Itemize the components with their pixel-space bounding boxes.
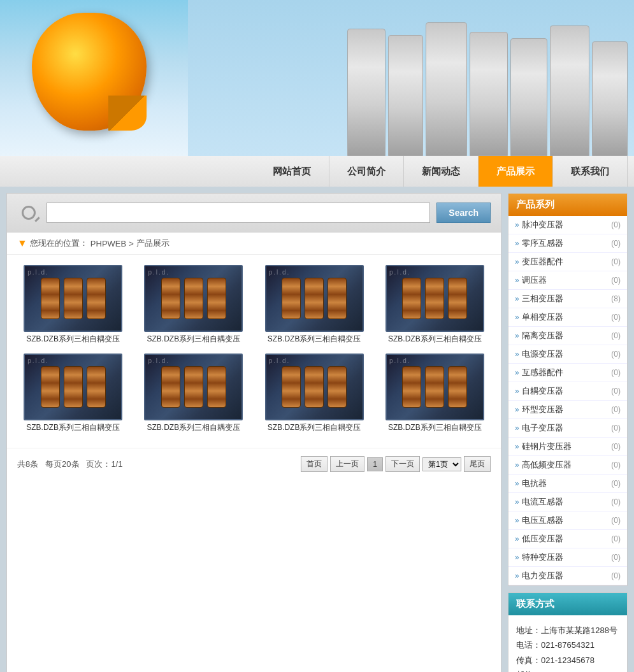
breadcrumb-arrow: ▼ xyxy=(17,238,27,249)
product-watermark-2: p.l.d. xyxy=(148,269,169,276)
sidebar-count-voltage-regulator: (0) xyxy=(611,276,621,285)
page-prev-button[interactable]: 上一页 xyxy=(330,456,364,472)
nav-home[interactable]: 网站首页 xyxy=(255,156,329,187)
sidebar-count-high-freq: (0) xyxy=(611,461,621,469)
sidebar-item-mutual-parts[interactable]: » 互感器配件 (0) xyxy=(508,364,627,382)
nav-news[interactable]: 新闻动态 xyxy=(404,156,479,187)
product-image-1: p.l.d. xyxy=(24,265,122,332)
product-item-8[interactable]: p.l.d. SZB.DZB系列三相自耦变压 xyxy=(379,354,491,433)
sidebar-count-current-transformer: (0) xyxy=(611,497,621,506)
sidebar-item-pulse[interactable]: » 脉冲变压器 (0) xyxy=(508,216,627,234)
product-watermark-6: p.l.d. xyxy=(148,357,169,364)
sidebar-item-transformer-parts[interactable]: » 变压器配件 (0) xyxy=(508,253,627,271)
product-item-5[interactable]: p.l.d. SZB.DZB系列三相自耦变压 xyxy=(17,354,129,433)
page-first-button[interactable]: 首页 xyxy=(301,456,328,472)
product-item-6[interactable]: p.l.d. SZB.DZB系列三相自耦变压 xyxy=(138,354,249,433)
sidebar-item-voltage-regulator[interactable]: » 调压器 (0) xyxy=(508,271,627,290)
sidebar-item-zero[interactable]: » 零序互感器 (0) xyxy=(508,234,627,253)
sidebar-item-reactor[interactable]: » 电抗器 (0) xyxy=(508,475,627,493)
sidebar-count-toroidal: (0) xyxy=(611,405,621,414)
sidebar-item-power-transformer[interactable]: » 电力变压器 (0) xyxy=(508,567,627,585)
product-watermark-8: p.l.d. xyxy=(389,357,411,364)
sidebar-arrow-low-voltage: » xyxy=(515,534,519,543)
tank-6 xyxy=(550,25,589,156)
sidebar-label-isolation: 隔离变压器 xyxy=(522,330,609,341)
sidebar-arrow-reactor: » xyxy=(515,479,519,488)
coil-8a xyxy=(402,366,421,408)
nav-contact[interactable]: 联系我们 xyxy=(553,156,628,187)
sidebar-item-power[interactable]: » 电源变压器 (0) xyxy=(508,345,627,364)
product-image-7: p.l.d. xyxy=(265,354,364,420)
sidebar-label-power-transformer: 电力变压器 xyxy=(522,570,609,582)
page-info: 共8条 每页20条 页次：1/1 xyxy=(17,459,122,470)
sidebar-item-single-phase[interactable]: » 单相变压器 (0) xyxy=(508,308,627,327)
page-current-button[interactable]: 1 xyxy=(367,457,383,471)
sidebar-item-special[interactable]: » 特种变压器 (0) xyxy=(508,548,627,567)
page-last-button[interactable]: 尾页 xyxy=(464,456,491,472)
product-series-section: 产品系列 » 脉冲变压器 (0) » 零序互感器 (0) » 变压器配件 (0) xyxy=(508,193,628,586)
product-watermark-1: p.l.d. xyxy=(27,269,49,276)
search-icon xyxy=(17,201,40,224)
contact-body: 地址：上海市某某路1288号 电话：021-87654321 传真：021-12… xyxy=(508,615,627,672)
transformer-visual-5 xyxy=(41,366,106,408)
sidebar-label-voltage-regulator: 调压器 xyxy=(522,275,609,286)
tank-7 xyxy=(592,41,628,156)
sidebar-count-autotransformer: (0) xyxy=(611,387,621,396)
nav-products[interactable]: 产品展示 xyxy=(479,156,553,187)
tank-2 xyxy=(388,35,423,156)
product-item-4[interactable]: p.l.d. SZB.DZB系列三相自耦变压 xyxy=(379,265,491,345)
coil-7c xyxy=(328,366,347,408)
product-item-3[interactable]: p.l.d. SZB.DZB系列三相自耦变压 xyxy=(259,265,370,345)
sidebar-label-autotransformer: 自耦变压器 xyxy=(522,385,609,397)
contact-address: 地址：上海市某某路1288号 xyxy=(516,623,619,638)
sidebar-item-electronic[interactable]: » 电子变压器 (0) xyxy=(508,419,627,438)
sidebar-label-transformer-parts: 变压器配件 xyxy=(522,256,609,268)
contact-fax: 传真：021-12345678 xyxy=(516,653,619,668)
search-button[interactable]: Search xyxy=(436,203,491,223)
sidebar-count-low-voltage: (0) xyxy=(611,534,621,543)
search-bar: Search xyxy=(7,194,501,232)
coil-2b xyxy=(184,278,203,319)
logo xyxy=(32,13,147,131)
pagination-area: 共8条 每页20条 页次：1/1 首页 上一页 1 下一页 第1页 尾页 xyxy=(7,448,501,480)
contact-header: 联系方式 xyxy=(508,593,627,615)
product-watermark-7: p.l.d. xyxy=(269,357,291,364)
sidebar-item-autotransformer[interactable]: » 自耦变压器 (0) xyxy=(508,382,627,401)
coil-5b xyxy=(64,366,83,408)
product-item-1[interactable]: p.l.d. SZB.DZB系列三相自耦变压 xyxy=(17,265,129,345)
product-item-7[interactable]: p.l.d. SZB.DZB系列三相自耦变压 xyxy=(259,354,370,433)
product-label-8: SZB.DZB系列三相自耦变压 xyxy=(388,423,482,433)
nav-about[interactable]: 公司简介 xyxy=(329,156,404,187)
breadcrumb-separator: > xyxy=(129,239,134,248)
sidebar-item-voltage-transformer[interactable]: » 电压互感器 (0) xyxy=(508,511,627,530)
page-select[interactable]: 第1页 xyxy=(422,457,461,471)
sidebar-arrow-current-transformer: » xyxy=(515,497,519,506)
sidebar-count-voltage-transformer: (0) xyxy=(611,516,621,525)
transformer-visual-3 xyxy=(282,278,347,319)
sidebar-label-electronic: 电子变压器 xyxy=(522,422,609,434)
contact-address-value: 上海市某某路1288号 xyxy=(541,626,617,635)
logo-fold xyxy=(108,96,147,131)
coil-2a xyxy=(161,278,180,319)
header-background xyxy=(188,0,634,156)
search-input[interactable] xyxy=(47,203,430,223)
coil-7b xyxy=(305,366,324,408)
product-item-2[interactable]: p.l.d. SZB.DZB系列三相自耦变压 xyxy=(138,265,249,345)
sidebar-item-isolation[interactable]: » 隔离变压器 (0) xyxy=(508,327,627,345)
breadcrumb-root[interactable]: PHPWEB xyxy=(90,239,126,248)
sidebar-label-silicon-steel: 硅钢片变压器 xyxy=(522,441,609,452)
page-page-info: 页次：1/1 xyxy=(86,459,122,469)
sidebar-count-power: (0) xyxy=(611,350,621,359)
sidebar-item-three-phase[interactable]: » 三相变压器 (8) xyxy=(508,290,627,308)
sidebar-item-toroidal[interactable]: » 环型变压器 (0) xyxy=(508,401,627,419)
sidebar-item-low-voltage[interactable]: » 低压变压器 (0) xyxy=(508,530,627,548)
contact-email: 邮件：che@shanghai.com xyxy=(516,668,619,672)
sidebar-label-reactor: 电抗器 xyxy=(522,478,609,489)
sidebar-item-high-freq[interactable]: » 高低频变压器 (0) xyxy=(508,456,627,475)
coil-5c xyxy=(87,366,106,408)
content-area: Search ▼ 您现在的位置： PHPWEB > 产品展示 p.l.d. xyxy=(6,193,501,672)
sidebar-item-current-transformer[interactable]: » 电流互感器 (0) xyxy=(508,493,627,511)
page-next-button[interactable]: 下一页 xyxy=(385,456,420,472)
coil-1b xyxy=(64,278,83,319)
sidebar-item-silicon-steel[interactable]: » 硅钢片变压器 (0) xyxy=(508,438,627,456)
